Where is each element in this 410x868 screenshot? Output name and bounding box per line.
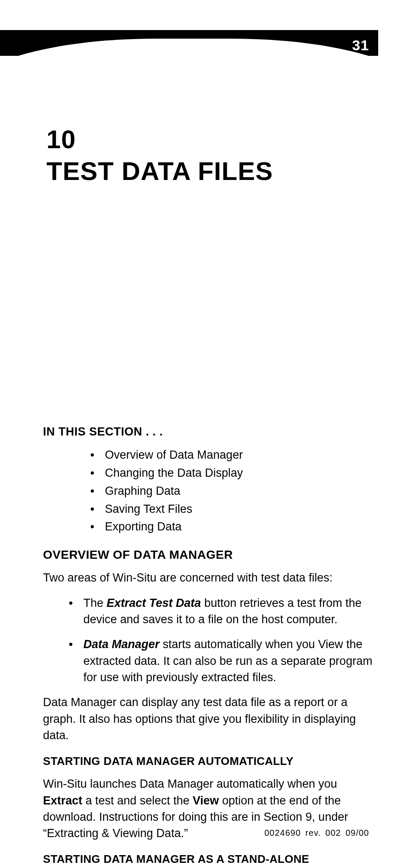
page-number: 31 [352,37,369,54]
overview-bullet: Data Manager starts automatically when y… [69,636,374,685]
toc-item: Overview of Data Manager [90,446,374,464]
bullet-lead: Extract Test Data [107,597,201,609]
chapter-number: 10 [46,125,371,154]
auto-heading: STARTING DATA MANAGER AUTOMATICALLY [43,755,374,768]
section-toc-list: Overview of Data Manager Changing the Da… [90,446,374,536]
toc-item: Saving Text Files [90,500,374,518]
in-this-section-heading: IN THIS SECTION . . . [43,425,374,439]
bold-extract: Extract [43,794,83,807]
page-footer: 0024690 rev. 002 09/00 [264,828,369,838]
toc-item: Graphing Data [90,482,374,500]
svg-point-0 [162,189,379,318]
chapter-heading-block: 10 TEST DATA FILES [46,125,371,185]
header-band [0,30,378,64]
toc-item: Exporting Data [90,518,374,536]
auto-text: a test and select the [83,794,193,807]
page-content: IN THIS SECTION . . . Overview of Data M… [43,425,374,868]
overview-intro: Two areas of Win-Situ are concerned with… [43,570,374,586]
bold-view: View [193,794,219,807]
bullet-prefix: The [83,597,107,609]
standalone-heading: STARTING DATA MANAGER AS A STAND-ALONE A… [43,853,374,868]
bullet-lead: Data Manager [83,638,159,651]
overview-heading: OVERVIEW OF DATA MANAGER [43,548,374,562]
svg-point-1 [261,244,280,263]
document-page: 31 10 TEST DATA FILES IN THIS SECTION . … [0,0,410,868]
overview-bullet: The Extract Test Data button retrieves a… [69,595,374,628]
chapter-title: TEST DATA FILES [46,158,371,185]
auto-text: Win-Situ launches Data Manager automatic… [43,777,337,790]
toc-item: Changing the Data Display [90,464,374,482]
overview-outro: Data Manager can display any test data f… [43,694,374,743]
overview-bullets: The Extract Test Data button retrieves a… [69,595,374,686]
